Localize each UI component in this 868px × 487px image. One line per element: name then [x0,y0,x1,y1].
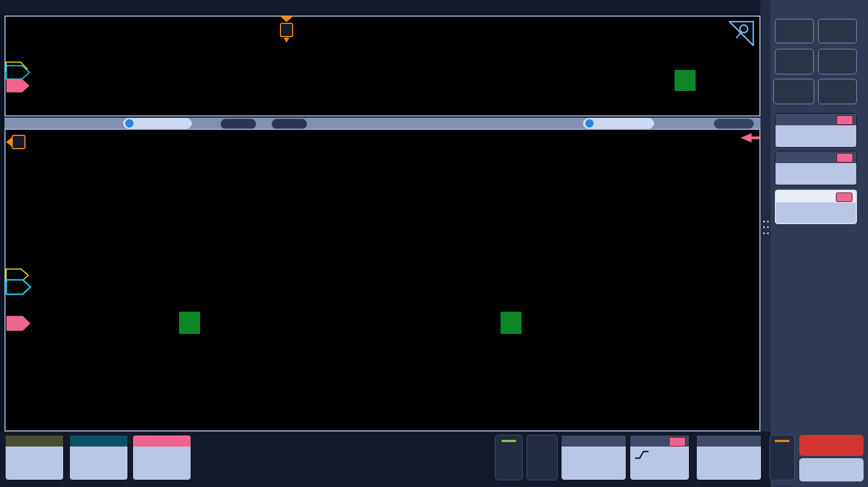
panel-divider-strip [760,0,770,487]
measurement-badge-7[interactable] [775,151,857,185]
zoom-close-button[interactable] [714,119,754,129]
scale-label-2 [687,200,749,210]
acquisition-badge[interactable] [696,435,762,480]
ch3-badge-header [133,435,191,447]
more-button[interactable] [818,79,857,104]
knob-b-icon [585,119,594,128]
measure-button[interactable] [818,19,857,43]
overview-waveforms [6,17,759,115]
drag-handle-icon[interactable] [763,221,769,236]
annotation-label-t3 [675,70,696,91]
channel-tag-c2[interactable] [6,279,32,295]
measurement-badge-header [775,151,856,163]
cursors-button[interactable] [775,19,814,43]
zoom-out-button[interactable] [272,119,307,129]
acquisition-badge-header [697,435,761,447]
source-channel-chip [836,192,852,202]
scale-label-1 [687,163,749,173]
scale-label-7 [687,389,749,399]
ch2-bandwidth [74,447,127,458]
ch2-badge-header [70,435,127,447]
ch1-badge-header [6,435,63,447]
oscilloscope-screen [0,0,868,487]
zoom-magnifier-icon[interactable] [728,20,755,48]
channel-tag-c3[interactable] [6,315,32,332]
horizontal-badge-header [561,435,626,447]
scale-label-5 [687,313,749,323]
draw-a-box-zoom-button[interactable] [773,79,814,104]
trigger-offscreen-marker-icon[interactable] [6,134,27,150]
ch2-badge[interactable] [69,435,128,480]
trigger-level-arrow-icon[interactable] [741,133,759,143]
overview-channel-tag-c2[interactable] [6,65,31,80]
source-channel-chip [836,115,853,125]
source-channel-chip [836,153,853,163]
scale-label-6 [687,351,749,361]
ch4-color-stripe-icon [502,440,516,442]
results-table-button[interactable] [818,49,857,74]
trigger-badge-header [630,435,689,447]
annotation-label-t2 [501,312,522,334]
menu-bar [0,0,770,14]
preview-button[interactable] [799,435,864,456]
measurement-badge-header [775,114,856,125]
main-graticule[interactable] [4,129,760,432]
scale-label-4 [687,276,749,286]
ch3-bandwidth [137,447,191,458]
waveform-overview-panel[interactable] [4,16,760,116]
ch4-button[interactable] [495,435,523,480]
rf-button[interactable] [769,435,795,480]
zoom-control-bar [4,118,760,130]
rising-edge-icon [635,450,649,460]
trigger-source-chip [669,437,686,447]
knob-a-icon [125,119,134,128]
datetime-display [799,458,864,481]
annotation-label-t1 [179,312,200,334]
main-waveforms [6,130,759,430]
zoom-scale-control[interactable] [123,118,192,129]
search-button[interactable] [775,49,814,74]
ch1-bandwidth [9,447,63,458]
zoom-position-control[interactable] [583,118,654,129]
measurement-badge-header [776,191,856,202]
overview-channel-tag-c3[interactable] [6,78,31,93]
zoom-in-button[interactable] [221,119,256,129]
measurement-badge-8-selected[interactable] [775,190,857,224]
ch1-badge[interactable] [5,435,64,480]
measurement-badge-1[interactable] [775,113,857,148]
add-math-ref-bus-button[interactable] [527,435,558,480]
scale-label-3 [687,238,749,248]
trigger-position-marker-icon[interactable] [279,16,294,46]
ch3-badge[interactable] [132,435,191,480]
horizontal-badge[interactable] [561,435,626,480]
trigger-badge[interactable] [630,435,690,480]
rf-color-stripe-icon [775,440,789,442]
